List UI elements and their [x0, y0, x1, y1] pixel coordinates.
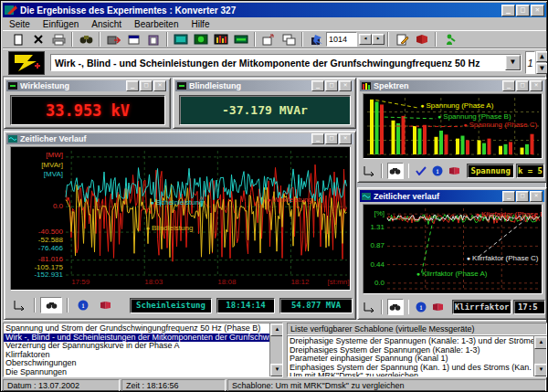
chart-label: [MVAr] [41, 162, 63, 169]
chart-label: -52.588 [38, 237, 63, 244]
title-bar[interactable]: Die Ergebnisse des Experimentes : Konver… [3, 3, 546, 17]
display-bars-icon[interactable] [211, 32, 231, 48]
blindleistung-titlebar[interactable]: Blindleistung _ □ ✕ [175, 80, 353, 91]
goto-page-icon[interactable] [306, 32, 326, 48]
verlauf-main-quantity-led: Scheinleistung [130, 298, 212, 313]
annotation-marker-icon: ● [416, 270, 420, 278]
display-led-icon[interactable] [231, 32, 251, 48]
minimize-icon[interactable]: _ [311, 133, 324, 144]
binoculars-icon[interactable] [40, 297, 62, 313]
close-icon[interactable]: ✕ [339, 80, 352, 91]
exit-icon[interactable] [439, 32, 459, 48]
result-page-combobox[interactable]: Wirk -, Blind - und Scheinleistungen der… [50, 54, 522, 71]
help-book-icon[interactable] [447, 164, 461, 178]
minimize-button[interactable]: _ [501, 5, 515, 16]
chart-label: 0.87 [370, 242, 385, 249]
paste-icon[interactable] [143, 32, 163, 48]
minimize-icon[interactable]: _ [502, 191, 515, 202]
chart-label: ●Blindleistung [146, 225, 194, 232]
page-down-button[interactable]: ▼ [536, 63, 548, 74]
axes-icon[interactable] [362, 164, 376, 178]
maximize-icon[interactable]: □ [325, 133, 338, 144]
right-list-scrollbar[interactable]: ▲ ▼ [533, 336, 546, 376]
binoculars-icon[interactable] [387, 163, 404, 179]
chart-label: ●Wirkleistung [267, 196, 312, 204]
maximize-icon[interactable]: □ [516, 80, 529, 91]
delete-icon[interactable] [28, 32, 48, 48]
export-icon[interactable] [103, 32, 123, 48]
help-book-icon[interactable] [430, 300, 445, 314]
mdi-area: Wirkleistung _ □ ✕ 33.953 kV Blindleistu… [3, 76, 546, 321]
annotation-marker-icon: ● [467, 255, 470, 262]
page-up-button[interactable]: ▲ [536, 51, 548, 62]
help-book-icon[interactable] [412, 32, 432, 48]
wirkleistung-title: Wirkleistung [20, 81, 123, 90]
axes-icon[interactable] [9, 298, 29, 313]
list-item[interactable]: Die Spannungen [4, 368, 269, 377]
info-icon[interactable]: i [414, 300, 428, 314]
binoculars-icon[interactable] [387, 299, 404, 315]
minimize-icon[interactable]: _ [311, 80, 324, 91]
close-icon[interactable]: ✕ [339, 133, 352, 144]
minimize-icon[interactable]: _ [502, 80, 515, 91]
verlauf-klirr-title: Zeitlicher verlauf [374, 192, 500, 201]
combobox-dropdown-button[interactable]: ▼ [505, 55, 521, 70]
chart-label: ●Klirrfaktor (Phase B) [476, 211, 543, 218]
detach-window-icon[interactable] [258, 32, 279, 48]
verlauf-main-title: Zeitlicher Verlauf [20, 134, 309, 143]
page-index-field[interactable]: 1 [525, 51, 535, 74]
help-book-icon[interactable] [95, 298, 115, 313]
annotation-marker-icon: ● [420, 102, 424, 110]
toolbar: ◂ ▸ [3, 30, 546, 48]
menu-item[interactable]: Einfügen [37, 18, 85, 31]
window-title: Die Ergebnisse des Experimentes : Konver… [20, 5, 499, 16]
blindleistung-value-display: -37.179 MVAr [179, 95, 351, 125]
close-icon[interactable]: ✕ [530, 80, 543, 91]
scroll-down-icon[interactable]: ▼ [270, 364, 283, 376]
close-icon[interactable]: ✕ [153, 80, 166, 91]
notes-icon[interactable] [392, 32, 412, 48]
display-green-icon[interactable] [191, 32, 211, 48]
check-icon[interactable] [414, 164, 428, 178]
scroll-down-icon[interactable]: ▼ [534, 364, 547, 376]
page-prev-button[interactable]: ◂ [359, 34, 372, 45]
combobox-value: Wirk -, Blind - und Scheinleistungen der… [51, 58, 505, 69]
menu-item[interactable]: Hilfe [184, 18, 216, 31]
minimize-icon[interactable]: _ [126, 80, 139, 91]
scroll-up-icon[interactable]: ▲ [534, 336, 547, 349]
left-list-scrollbar[interactable]: ▲ ▼ [269, 323, 282, 376]
close-button[interactable]: ✕ [531, 5, 544, 16]
verlauf-main-titlebar[interactable]: Zeitlicher Verlauf _ □ ✕ [6, 133, 353, 144]
maximize-icon[interactable]: □ [325, 80, 338, 91]
scroll-up-icon[interactable]: ▲ [270, 323, 283, 336]
info-icon[interactable]: i [73, 298, 93, 313]
chart-label: ●Spannung (Phase C) [463, 122, 537, 129]
menu-item[interactable]: Ansicht [85, 18, 128, 31]
print-icon[interactable] [48, 32, 68, 48]
menu-item[interactable]: Seite [3, 18, 37, 31]
spektren-titlebar[interactable]: Spektren _ □ ✕ [360, 80, 544, 91]
info-icon[interactable]: i [430, 164, 445, 178]
display-teal-icon[interactable] [171, 32, 191, 48]
blindleistung-title: Blindleistung [189, 81, 309, 90]
spektren-quantity-led: Spannung [467, 164, 513, 178]
page-next-button[interactable]: ▸ [372, 34, 385, 45]
page-number-input[interactable] [326, 32, 357, 47]
new-document-icon[interactable] [8, 32, 28, 48]
chart-label: [st:mn] [327, 279, 349, 286]
maximize-button[interactable]: □ [516, 5, 530, 16]
maximize-icon[interactable]: □ [140, 80, 153, 91]
binoculars-icon[interactable] [76, 32, 96, 48]
close-icon[interactable]: ✕ [530, 191, 543, 202]
copy-window-icon[interactable] [123, 32, 143, 48]
verlauf-klirr-titlebar[interactable]: Zeitlicher verlauf _ □ ✕ [360, 190, 544, 202]
template-item[interactable]: Um mit MRK"Dmsk" zu vergleichen [288, 372, 533, 377]
menu-item[interactable]: Bearbeiten [128, 18, 184, 31]
wirkleistung-titlebar[interactable]: Wirkleistung _ □ ✕ [6, 80, 168, 91]
spektren-title: Spektren [374, 81, 500, 90]
annotation-marker-icon: ● [150, 199, 153, 207]
annotation-marker-icon: ● [146, 225, 150, 232]
maximize-icon[interactable]: □ [516, 191, 529, 202]
axes-icon[interactable] [362, 300, 376, 314]
cascade-windows-icon[interactable] [279, 32, 299, 48]
